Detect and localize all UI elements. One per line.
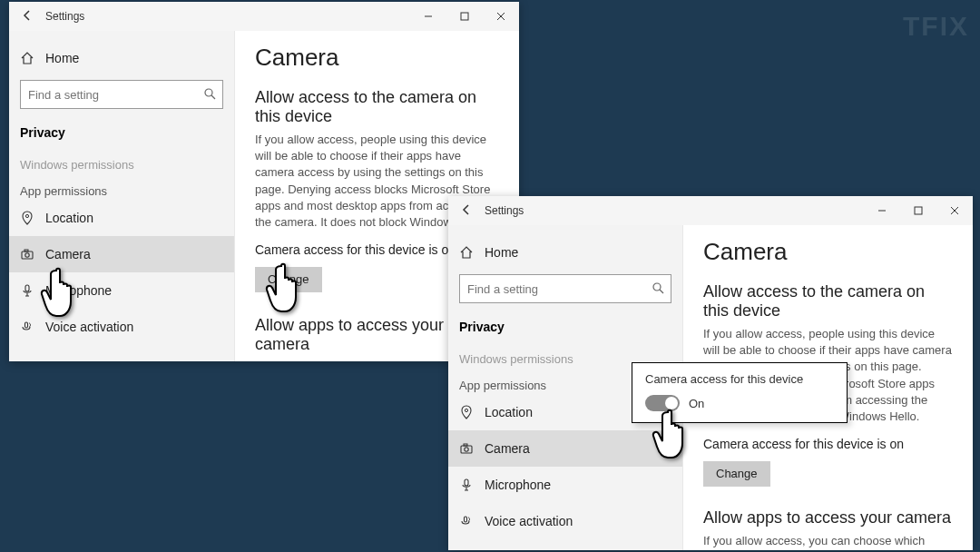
back-button[interactable] [448,196,485,225]
section-heading-allow-access: Allow access to the camera on this devic… [255,88,499,126]
search-input-container [20,80,223,109]
voice-icon [457,514,475,528]
voice-icon [18,320,36,334]
sidebar-item-location[interactable]: Location [9,200,234,236]
back-button[interactable] [9,2,45,31]
svg-rect-23 [465,517,467,522]
watermark-text: TFIX [903,11,969,42]
sidebar-item-microphone[interactable]: Microphone [9,272,234,309]
microphone-icon [18,283,36,298]
arrow-left-icon [459,202,474,220]
sidebar-item-label: Microphone [45,283,112,298]
close-button[interactable] [936,196,973,225]
svg-rect-7 [22,251,33,259]
maximize-button[interactable] [900,196,936,225]
sidebar-item-voice-activation[interactable]: Voice activation [448,503,682,539]
svg-point-16 [653,283,661,291]
sidebar-item-label: Microphone [485,478,551,492]
toggle-thumb [665,397,678,409]
sidebar-item-label: Home [45,51,79,65]
section-heading-allow-access: Allow access to the camera on this devic… [703,282,953,320]
sidebar-item-home[interactable]: Home [448,234,682,271]
title-bar: Settings [448,196,973,225]
popup-title: Camera access for this device [645,372,834,386]
change-button[interactable]: Change [255,267,322,292]
sidebar-item-voice-activation[interactable]: Voice activation [9,309,234,345]
toggle-camera-access[interactable]: On [645,395,834,411]
search-input[interactable] [26,87,202,103]
window-title: Settings [45,10,84,23]
camera-access-status: Camera access for this device is on [703,436,953,454]
sidebar-category: Privacy [448,312,682,341]
svg-point-20 [465,448,468,451]
settings-sidebar: Home Privacy Windows permissions App per… [9,31,234,361]
svg-rect-22 [465,479,468,486]
minimize-button[interactable] [864,196,900,225]
home-icon [18,51,36,65]
search-input[interactable] [466,281,651,297]
svg-rect-1 [461,13,468,20]
svg-rect-11 [25,322,28,328]
maximize-button[interactable] [446,2,483,31]
svg-line-5 [211,95,215,99]
page-title: Camera [255,44,499,72]
svg-point-4 [205,89,212,96]
svg-rect-13 [915,207,922,214]
settings-window-1: Settings Home [9,2,519,361]
location-icon [457,405,475,419]
close-button[interactable] [483,2,519,31]
sidebar-item-label: Camera [45,247,91,261]
svg-point-6 [25,214,28,217]
sidebar-item-label: Location [485,405,533,419]
camera-icon [457,441,475,456]
arrow-left-icon [20,8,34,25]
page-title: Camera [703,238,953,266]
svg-rect-10 [25,285,29,291]
section-heading-allow-apps: Allow apps to access your camera [703,508,953,527]
title-bar: Settings [9,2,519,31]
window-controls [410,2,519,31]
search-input-container [459,274,671,303]
search-icon [202,86,217,104]
svg-point-8 [25,253,29,257]
sidebar-subhead-windows-permissions: Windows permissions [9,147,234,173]
sidebar-category: Privacy [9,118,234,147]
location-icon [18,211,36,225]
search-icon [651,281,665,298]
change-button[interactable]: Change [703,461,770,487]
sidebar-subhead-app-permissions: App permissions [9,173,234,200]
microphone-icon [457,478,475,492]
camera-access-popup: Camera access for this device On [632,362,848,423]
sidebar-item-microphone[interactable]: Microphone [448,467,682,503]
svg-point-18 [465,409,467,411]
sidebar-item-label: Camera [485,441,530,456]
sidebar-item-label: Voice activation [485,514,573,528]
toggle-label: On [689,397,704,410]
window-controls [864,196,973,225]
svg-rect-21 [464,444,467,446]
sidebar-item-label: Home [485,245,518,260]
section-body-2: If you allow access, you can choose whic… [703,533,953,550]
sidebar-item-home[interactable]: Home [9,40,234,76]
toggle-track [645,395,680,411]
home-icon [457,245,475,260]
sidebar-item-label: Voice activation [45,320,133,334]
minimize-button[interactable] [410,2,446,31]
sidebar-item-label: Location [45,211,93,225]
svg-line-17 [660,290,663,293]
svg-rect-19 [461,446,472,453]
svg-rect-9 [24,250,28,251]
sidebar-item-camera[interactable]: Camera [448,430,682,467]
camera-icon [18,247,36,261]
window-title: Settings [485,204,524,217]
sidebar-item-camera[interactable]: Camera [9,236,234,272]
